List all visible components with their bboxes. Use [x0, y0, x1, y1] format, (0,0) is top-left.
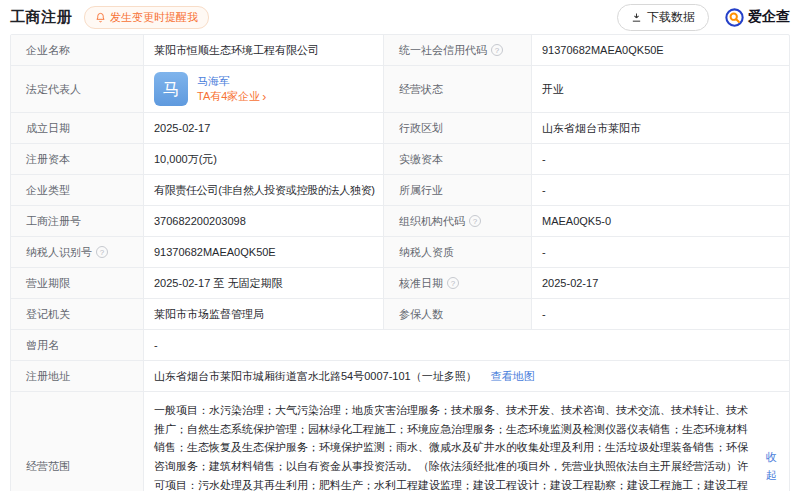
label-text: 曾用名 — [26, 338, 59, 353]
table-row: 注册地址 山东省烟台市莱阳市城厢街道富水北路54号0007-101（一址多照） … — [11, 360, 789, 391]
taxpayer-id-value: 91370682MAEA0QK50E — [143, 237, 383, 267]
label-text: 实缴资本 — [399, 152, 443, 167]
change-reminder-label: 发生变更时提醒我 — [110, 10, 198, 25]
label-text: 经营状态 — [399, 82, 443, 97]
label-text: 组织机构代码 — [399, 214, 465, 229]
org-code-value: MAEA0QK5-0 — [531, 206, 789, 236]
legal-rep-cell: 马 马海军 TA有4家企业 › — [143, 66, 383, 112]
table-row: 企业类型 有限责任公司(非自然人投资或控股的法人独资) 所属行业 - — [11, 174, 789, 205]
field-label-paid-capital: 实缴资本 — [383, 144, 531, 174]
reg-capital-value: 10,000万(元) — [143, 144, 383, 174]
field-label-reg-authority: 登记机关 — [11, 299, 143, 329]
help-icon[interactable]: ? — [96, 246, 108, 258]
reg-number-value: 370682200203098 — [143, 206, 383, 236]
label-text: 企业类型 — [26, 183, 70, 198]
company-name-value: 莱阳市恒顺生态环境工程有限公司 — [143, 35, 383, 65]
field-label-industry: 所属行业 — [383, 175, 531, 205]
taxpayer-qualification-value: - — [531, 237, 789, 267]
label-text: 企业名称 — [26, 43, 70, 58]
related-companies-label: TA有4家企业 — [197, 90, 260, 103]
label-text: 经营范围 — [26, 459, 70, 474]
field-label-company-name: 企业名称 — [11, 35, 143, 65]
collapse-link[interactable]: 收起 — [766, 448, 777, 485]
field-label-org-code: 组织机构代码? — [383, 206, 531, 236]
field-label-business-scope: 经营范围 — [11, 392, 143, 491]
help-icon[interactable]: ? — [491, 44, 503, 56]
download-icon — [631, 12, 642, 23]
download-data-label: 下载数据 — [647, 9, 695, 26]
label-text: 纳税人资质 — [399, 245, 454, 260]
industry-value: - — [531, 175, 789, 205]
help-icon[interactable]: ? — [447, 277, 459, 289]
business-scope-value: 一般项目：水污染治理；大气污染治理；地质灾害治理服务；技术服务、技术开发、技术咨… — [154, 401, 756, 491]
label-text: 注册资本 — [26, 152, 70, 167]
table-row: 经营范围 一般项目：水污染治理；大气污染治理；地质灾害治理服务；技术服务、技术开… — [11, 391, 789, 491]
label-text: 纳税人识别号 — [26, 245, 92, 260]
legal-rep-avatar[interactable]: 马 — [154, 72, 188, 106]
address-value: 山东省烟台市莱阳市城厢街道富水北路54号0007-101（一址多照） — [154, 369, 477, 384]
download-data-button[interactable]: 下载数据 — [617, 4, 709, 31]
view-map-link[interactable]: 查看地图 — [491, 369, 535, 384]
insured-count-value: - — [531, 299, 789, 329]
registration-info-table: 企业名称 莱阳市恒顺生态环境工程有限公司 统一社会信用代码? 91370682M… — [10, 34, 790, 491]
paid-capital-value: - — [531, 144, 789, 174]
bell-icon — [95, 12, 106, 23]
label-text: 登记机关 — [26, 307, 70, 322]
field-label-company-type: 企业类型 — [11, 175, 143, 205]
field-label-taxpayer-qualification: 纳税人资质 — [383, 237, 531, 267]
brand-logo[interactable]: 爱企查 — [725, 8, 790, 27]
section-header: 工商注册 发生变更时提醒我 下载数据 爱企查 — [10, 0, 790, 34]
chevron-right-icon: › — [262, 91, 266, 103]
field-label-address: 注册地址 — [11, 361, 143, 391]
field-label-district: 行政区划 — [383, 113, 531, 143]
reg-authority-value: 莱阳市市场监督管理局 — [143, 299, 383, 329]
table-row: 企业名称 莱阳市恒顺生态环境工程有限公司 统一社会信用代码? 91370682M… — [11, 35, 789, 65]
table-row: 注册资本 10,000万(元) 实缴资本 - — [11, 143, 789, 174]
field-label-former-name: 曾用名 — [11, 330, 143, 360]
field-label-establish-date: 成立日期 — [11, 113, 143, 143]
field-label-taxpayer-id: 纳税人识别号? — [11, 237, 143, 267]
label-text: 统一社会信用代码 — [399, 43, 487, 58]
help-icon[interactable]: ? — [469, 215, 481, 227]
credit-code-value: 91370682MAEA0QK50E — [531, 35, 789, 65]
page-title: 工商注册 — [10, 8, 72, 27]
table-row: 曾用名 - — [11, 329, 789, 360]
establish-date-value: 2025-02-17 — [143, 113, 383, 143]
field-label-insured-count: 参保人数 — [383, 299, 531, 329]
company-type-value: 有限责任公司(非自然人投资或控股的法人独资) — [143, 175, 383, 205]
label-text: 成立日期 — [26, 121, 70, 136]
label-text: 工商注册号 — [26, 214, 81, 229]
table-row: 法定代表人 马 马海军 TA有4家企业 › 经营状态 开业 — [11, 65, 789, 112]
status-value: 开业 — [531, 66, 789, 112]
business-registration-panel: 工商注册 发生变更时提醒我 下载数据 爱企查 — [0, 0, 800, 491]
approval-date-value: 2025-02-17 — [531, 268, 789, 298]
business-term-value: 2025-02-17 至 无固定期限 — [143, 268, 383, 298]
label-text: 注册地址 — [26, 369, 70, 384]
address-cell: 山东省烟台市莱阳市城厢街道富水北路54号0007-101（一址多照） 查看地图 — [143, 361, 789, 391]
table-row: 成立日期 2025-02-17 行政区划 山东省烟台市莱阳市 — [11, 112, 789, 143]
label-text: 核准日期 — [399, 276, 443, 291]
related-companies-link[interactable]: TA有4家企业 › — [197, 90, 266, 103]
field-label-business-term: 营业期限 — [11, 268, 143, 298]
field-label-status: 经营状态 — [383, 66, 531, 112]
field-label-reg-capital: 注册资本 — [11, 144, 143, 174]
district-value: 山东省烟台市莱阳市 — [531, 113, 789, 143]
label-text: 所属行业 — [399, 183, 443, 198]
business-scope-cell: 一般项目：水污染治理；大气污染治理；地质灾害治理服务；技术服务、技术开发、技术咨… — [143, 392, 789, 491]
label-text: 营业期限 — [26, 276, 70, 291]
table-row: 营业期限 2025-02-17 至 无固定期限 核准日期? 2025-02-17 — [11, 267, 789, 298]
aiqicha-logo-icon — [725, 8, 744, 27]
label-text: 法定代表人 — [26, 82, 81, 97]
field-label-credit-code: 统一社会信用代码? — [383, 35, 531, 65]
legal-rep-name-link[interactable]: 马海军 — [197, 75, 266, 88]
former-name-value: - — [143, 330, 789, 360]
table-row: 纳税人识别号? 91370682MAEA0QK50E 纳税人资质 - — [11, 236, 789, 267]
legal-rep-info: 马海军 TA有4家企业 › — [197, 75, 266, 103]
label-text: 行政区划 — [399, 121, 443, 136]
header-actions: 下载数据 爱企查 — [617, 4, 790, 31]
field-label-approval-date: 核准日期? — [383, 268, 531, 298]
field-label-legal-rep: 法定代表人 — [11, 66, 143, 112]
brand-name: 爱企查 — [748, 8, 790, 26]
field-label-reg-number: 工商注册号 — [11, 206, 143, 236]
change-reminder-button[interactable]: 发生变更时提醒我 — [84, 6, 209, 29]
